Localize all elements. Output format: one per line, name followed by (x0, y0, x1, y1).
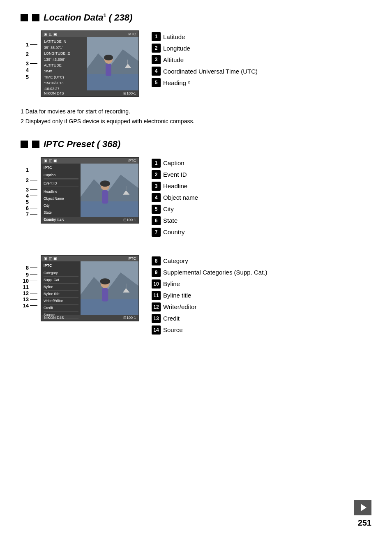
list-item: 10 Byline (152, 279, 267, 288)
iptc-b-top-bar: ▣ ◫ ▣ IPTC (42, 256, 138, 261)
list-item: 5 City (152, 205, 198, 214)
list-item: 7 Country (152, 228, 198, 237)
section1-diagram: 1 2 3 4 5 (21, 30, 371, 97)
iptc-b-label-13: 13 (21, 297, 37, 302)
svg-rect-2 (87, 74, 138, 90)
iptc-b-data: IPTC Category Supp. Cat Byline Byline ti… (42, 261, 81, 315)
list-item: 3 Headline (152, 182, 198, 191)
badge-a2: 2 (152, 170, 161, 179)
badge-b13: 13 (152, 314, 161, 323)
section2-page-ref: ( 368) (97, 139, 120, 149)
section1-page-ref: ( 238) (109, 12, 132, 23)
iptc-b-label-10: Byline (163, 280, 180, 287)
iptc-b-label-13: Credit (163, 315, 180, 322)
svg-rect-18 (81, 299, 138, 315)
section2-title: IPTC Preset ( 368) (21, 139, 371, 150)
badge-b14: 14 (152, 325, 161, 335)
svg-rect-6 (106, 64, 111, 76)
svg-rect-14 (102, 190, 108, 204)
iptc-a-screen: ▣ ◫ ▣ IPTC IPTC Caption Event ID Headlin… (41, 157, 139, 224)
iptc-a-label-4: Object name (163, 194, 198, 201)
list-item: 2 Event ID (152, 170, 198, 179)
page-number: 251 (358, 518, 371, 528)
item-label-2: Longitude (163, 45, 190, 52)
iptc-a-label-6: State (163, 217, 178, 224)
footnote-1: 1 Data for movies are for start of recor… (21, 107, 371, 117)
block-icon-1 (21, 14, 28, 21)
svg-rect-10 (81, 201, 138, 217)
badge-a6: 6 (152, 216, 161, 225)
iptc-b-screen-content: IPTC Category Supp. Cat Byline Byline ti… (42, 261, 138, 315)
iptc-a-label-1: 1 (21, 167, 37, 173)
section2-title-text: IPTC Preset (44, 139, 95, 149)
iptc-a-label-1: Caption (163, 159, 184, 166)
badge-b11: 11 (152, 291, 161, 300)
list-item: 13 Credit (152, 314, 267, 323)
location-camera-wrapper: 1 2 3 4 5 (21, 30, 139, 97)
loc-label-4: 4 (21, 67, 37, 73)
iptc-a-screen-content: IPTC Caption Event ID Headline Object Na… (42, 164, 138, 217)
list-item: 9 Supplemental Categories (Supp. Cat.) (152, 268, 267, 277)
badge-4: 4 (152, 67, 161, 76)
iptc-a-bottom-bar: NIKON D4S ⊟100-1 (42, 217, 138, 223)
badge-b8: 8 (152, 256, 161, 265)
iptc-b-image (81, 261, 138, 315)
block-icon-3 (21, 141, 28, 148)
iptc-a-camera-wrapper: 1 2 3 4 5 6 (21, 157, 139, 224)
iptc-diagram-b: 8 9 10 11 12 13 (21, 255, 371, 335)
iptc-b-bottom-bar: NIKON D4S ⊟100-1 (42, 315, 138, 321)
iptc-a-image (81, 164, 138, 217)
iptc-b-label-12: 12 (21, 291, 37, 296)
iptc-a-top-bar: ▣ ◫ ▣ IPTC (42, 158, 138, 164)
badge-a1: 1 (152, 159, 161, 168)
list-item: 1 Caption (152, 159, 198, 168)
screen-content: LATITUDE :N 35° 35.971' LONGITUDE :E 139… (42, 37, 138, 90)
iptc-b-label-10: 10 (21, 278, 37, 284)
iptc-a-label-2: Event ID (163, 171, 187, 178)
iptc-b-screen: ▣ ◫ ▣ IPTC IPTC Category Supp. Cat Bylin… (41, 255, 139, 321)
iptc-a-label-6: 6 (21, 205, 37, 211)
list-item: 11 Byline title (152, 291, 267, 300)
screen-top-bar: ▣ ◫ ▣ IPTC (42, 31, 138, 37)
iptc-a-data: IPTC Caption Event ID Headline Object Na… (42, 164, 81, 217)
svg-point-15 (100, 180, 110, 187)
badge-b10: 10 (152, 279, 161, 288)
iptc-a-label-7: Country (163, 228, 185, 235)
iptc-b-label-8: Category (163, 257, 188, 264)
iptc-a-labels: 1 2 3 4 5 6 (21, 157, 37, 217)
list-item: 2 Longitude (152, 44, 258, 53)
badge-b12: 12 (152, 302, 161, 312)
iptc-a-label-7: 7 (21, 212, 37, 217)
loc-label-1: 1 (21, 42, 37, 47)
badge-3: 3 (152, 55, 161, 64)
play-icon-box (354, 500, 371, 515)
location-camera-screen: ▣ ◫ ▣ IPTC LATITUDE :N 35° 35.971' LONGI… (41, 30, 139, 97)
item-label-4: Coordinated Universal Time (UTC) (163, 68, 258, 75)
badge-a3: 3 (152, 182, 161, 191)
screen-data: LATITUDE :N 35° 35.971' LONGITUDE :E 139… (42, 37, 87, 90)
block-icon-4 (32, 141, 39, 148)
iptc-a-label-5: City (163, 205, 174, 212)
iptc-b-label-8: 8 (21, 265, 37, 270)
play-icon (361, 504, 367, 511)
loc-label-5: 5 (21, 74, 37, 80)
iptc-b-label-14: Source (163, 326, 183, 333)
list-item: 4 Object name (152, 193, 198, 202)
item-label-3: Altitude (163, 56, 184, 63)
list-item: 6 State (152, 216, 198, 225)
iptc-b-label-9: Supplemental Categories (Supp. Cat.) (163, 269, 267, 276)
list-item: 4 Coordinated Universal Time (UTC) (152, 67, 258, 76)
iptc-diagram-a: 1 2 3 4 5 6 (21, 157, 371, 237)
section1-title: Location Data1 ( 238) (21, 12, 371, 23)
svg-point-7 (104, 55, 113, 60)
list-item: 5 Heading ² (152, 78, 258, 87)
svg-point-23 (100, 278, 110, 284)
list-item: 14 Source (152, 325, 267, 335)
badge-5: 5 (152, 78, 161, 87)
section1-title-text: Location Data (44, 12, 103, 23)
iptc-b-item-list: 8 Category 9 Supplemental Categories (Su… (152, 255, 267, 335)
badge-1: 1 (152, 32, 161, 41)
location-item-list: 1 Latitude 2 Longitude 3 Altitude 4 Coor… (152, 30, 258, 87)
iptc-b-labels: 8 9 10 11 12 13 (21, 255, 37, 308)
svg-rect-22 (102, 288, 108, 302)
